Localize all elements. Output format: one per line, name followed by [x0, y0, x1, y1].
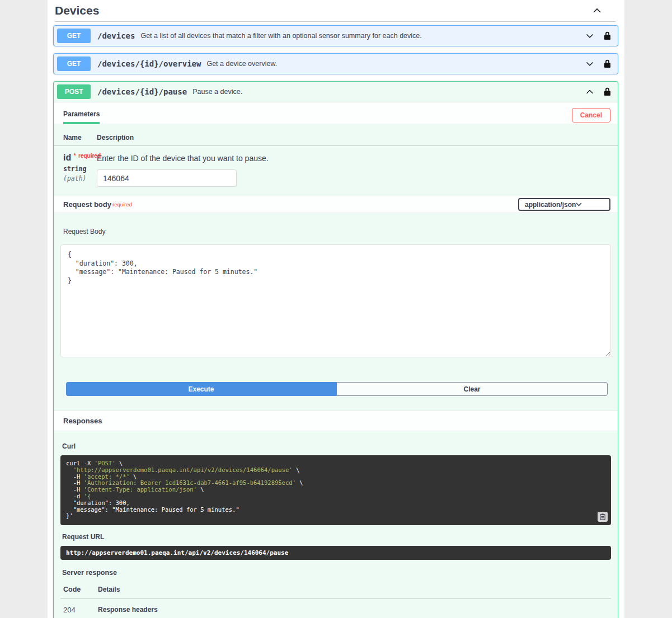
- expand-button[interactable]: [585, 32, 595, 40]
- request-body-editor-label: Request Body: [63, 228, 611, 235]
- curl-command-block: curl -X 'POST' \ 'http://appserverdemo01…: [60, 455, 611, 525]
- auth-lock-button[interactable]: [603, 58, 612, 69]
- code-column-header: Code: [63, 586, 98, 593]
- responses-area: Curl curl -X 'POST' \ 'http://appserverd…: [54, 431, 618, 618]
- opblock-summary-post-pause[interactable]: POST /devices/{id}/pause Pause a device.: [54, 82, 618, 102]
- opblock-get-device-overview: GET /devices/{id}/overview Get a device …: [53, 53, 618, 74]
- response-headers-label: Response headers: [98, 606, 611, 614]
- chevron-up-icon: [593, 8, 601, 13]
- clear-button[interactable]: Clear: [336, 382, 608, 396]
- opblock-summary-get-overview[interactable]: GET /devices/{id}/overview Get a device …: [54, 54, 618, 74]
- section-title: Devices: [55, 4, 591, 17]
- curl-line: -d '{: [66, 493, 605, 500]
- auth-lock-button[interactable]: [603, 86, 612, 97]
- endpoint-path: /devices: [97, 31, 135, 40]
- endpoint-path: /devices/{id}/overview: [97, 59, 201, 68]
- description-column-header: Description: [97, 134, 610, 141]
- copy-to-clipboard-button[interactable]: [598, 512, 608, 522]
- expand-button[interactable]: [585, 60, 595, 68]
- response-table-header: Code Details: [60, 586, 611, 599]
- parameters-table-header: Name Description: [54, 134, 618, 146]
- tab-parameters[interactable]: Parameters: [63, 107, 100, 124]
- responses-title: Responses: [63, 417, 102, 425]
- param-row-id: id * required string (path) Enter the ID…: [54, 146, 618, 187]
- execute-button[interactable]: Execute: [66, 382, 336, 396]
- param-location: (path): [63, 174, 97, 182]
- param-description-cell: Enter the ID of the device that you want…: [97, 153, 610, 187]
- parameters-tab-header: Parameters Cancel: [54, 102, 618, 124]
- endpoint-path: /devices/{id}/pause: [97, 87, 187, 96]
- parameters-area: Name Description id * required string (p…: [54, 124, 618, 196]
- responses-section-header: Responses: [54, 411, 618, 431]
- request-body-textarea[interactable]: { "duration": 300, "message": "Maintenan…: [60, 244, 611, 357]
- method-badge-get: GET: [57, 29, 91, 43]
- required-star: *: [74, 153, 76, 159]
- opblock-summary-get-devices[interactable]: GET /devices Get a list of all devices t…: [54, 26, 618, 46]
- endpoint-summary: Get a device overview.: [206, 60, 585, 68]
- request-body-header: Request body required application/json: [54, 196, 618, 213]
- request-body-area: Request Body { "duration": 300, "message…: [54, 213, 618, 396]
- chevron-down-icon: [586, 34, 594, 39]
- section-collapse-button[interactable]: [591, 7, 603, 15]
- param-name-cell: id * required string (path): [63, 153, 97, 187]
- response-row-204: 204 Response headers cache-control: max-…: [60, 599, 611, 618]
- response-details-cell: Response headers cache-control: max-age …: [98, 605, 611, 618]
- details-column-header: Details: [98, 586, 611, 593]
- devices-section-header: Devices: [48, 0, 618, 21]
- request-url-value: http://appserverdemo01.paeqa.int/api/v2/…: [60, 546, 611, 560]
- execute-row: Execute Clear: [66, 382, 608, 396]
- param-name: id * required: [63, 153, 97, 163]
- chevron-up-icon: [586, 89, 594, 95]
- collapse-button[interactable]: [585, 88, 595, 96]
- content-type-select[interactable]: application/json: [518, 198, 610, 211]
- section-divider: [55, 21, 615, 22]
- request-body-required-label: required: [112, 201, 132, 207]
- lock-icon: [604, 59, 611, 68]
- opblock-post-pause: POST /devices/{id}/pause Pause a device.: [53, 81, 618, 618]
- auth-lock-button[interactable]: [603, 30, 612, 41]
- chevron-down-icon: [576, 202, 605, 206]
- curl-line: 'http://appserverdemo01.paeqa.int/api/v2…: [66, 467, 605, 474]
- curl-line: }': [66, 513, 605, 520]
- opblock-get-devices: GET /devices Get a list of all devices t…: [53, 25, 618, 46]
- name-column-header: Name: [63, 134, 97, 141]
- method-badge-post: POST: [57, 84, 91, 99]
- swagger-content-column: Devices GET /devices Get a list of all d…: [48, 0, 624, 618]
- param-id-input[interactable]: [97, 169, 237, 187]
- request-body-label: Request body: [63, 200, 111, 209]
- content-type-value: application/json: [525, 201, 576, 209]
- request-url-label: Request URL: [62, 533, 611, 541]
- server-response-label: Server response: [62, 569, 611, 577]
- method-badge-get: GET: [57, 56, 91, 71]
- chevron-down-icon: [586, 62, 594, 67]
- param-type: string: [63, 165, 97, 173]
- lock-icon: [604, 31, 611, 40]
- swagger-page: Devices GET /devices Get a list of all d…: [0, 0, 672, 618]
- endpoint-summary: Pause a device.: [192, 88, 585, 96]
- clipboard-icon: [600, 513, 605, 520]
- param-description: Enter the ID of the device that you want…: [97, 154, 610, 163]
- curl-line: -H 'Content-Type: application/json' \: [66, 487, 605, 493]
- curl-line: "message": "Maintenance: Paused for 5 mi…: [66, 507, 605, 513]
- endpoint-summary: Get a list of all devices that match a f…: [140, 32, 585, 40]
- lock-icon: [604, 87, 611, 96]
- cancel-button[interactable]: Cancel: [572, 108, 610, 122]
- status-code: 204: [63, 605, 98, 618]
- curl-label: Curl: [62, 442, 611, 450]
